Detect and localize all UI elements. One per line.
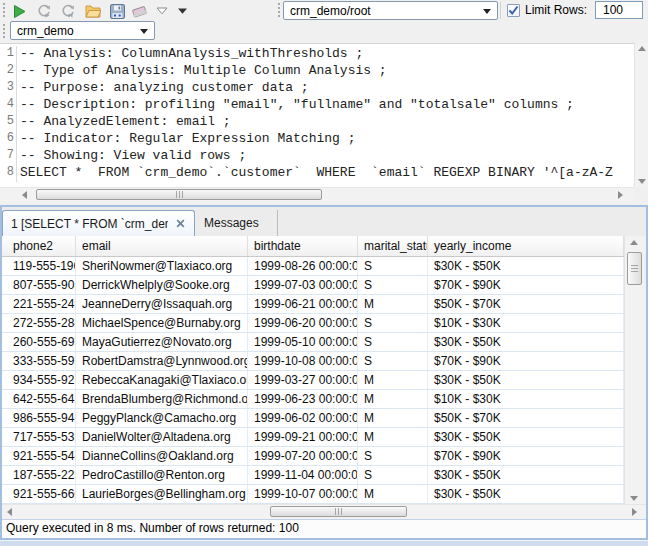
limit-rows-checkbox[interactable] bbox=[507, 4, 520, 17]
table-cell: $70K - $90K bbox=[428, 352, 624, 370]
scroll-right-icon[interactable] bbox=[632, 508, 637, 516]
scroll-left-icon[interactable] bbox=[7, 508, 12, 516]
code-line: 5-- AnalyzedElement: email ; bbox=[0, 114, 634, 131]
table-cell: S bbox=[358, 352, 428, 370]
table-cell: $30K - $50K bbox=[428, 371, 624, 389]
table-cell: JeanneDerry@Issaquah.org bbox=[76, 295, 248, 313]
line-text: SELECT * FROM `crm_demo`.`customer` WHER… bbox=[17, 165, 613, 182]
table-cell: 986-555-9424 bbox=[2, 409, 76, 427]
toolbar-grip[interactable] bbox=[2, 23, 6, 40]
database-combo[interactable]: crm_demo bbox=[10, 21, 155, 40]
editor-hscroll-thumb[interactable] bbox=[36, 189, 322, 200]
clear-editor-icon[interactable] bbox=[131, 2, 149, 20]
tab-messages[interactable]: Messages bbox=[196, 210, 278, 236]
results-grid: phone2emailbirthdatemarital_statusyearly… bbox=[2, 236, 624, 504]
table-cell: 934-555-9211 bbox=[2, 371, 76, 389]
table-cell: 187-555-2286 bbox=[2, 466, 76, 484]
save-icon[interactable] bbox=[108, 2, 126, 20]
scroll-up-icon[interactable] bbox=[630, 240, 638, 245]
column-header-phone2[interactable]: phone2 bbox=[2, 236, 76, 256]
table-row[interactable]: 333-555-5915RobertDamstra@Lynnwood.org19… bbox=[2, 352, 624, 371]
scroll-down-icon[interactable] bbox=[638, 179, 646, 184]
table-cell: 807-555-9033 bbox=[2, 276, 76, 294]
table-cell: RebeccaKanagaki@Tlaxiaco.org bbox=[76, 371, 248, 389]
table-cell: 1999-08-26 00:00:00.000 bbox=[248, 257, 358, 275]
table-cell: M bbox=[358, 485, 428, 503]
table-cell: RobertDamstra@Lynnwood.org bbox=[76, 352, 248, 370]
line-number: 7 bbox=[0, 148, 17, 165]
table-cell: S bbox=[358, 466, 428, 484]
table-cell: 221-555-2493 bbox=[2, 295, 76, 313]
table-cell: 119-555-1969 bbox=[2, 257, 76, 275]
table-row[interactable]: 187-555-2286PedroCastillo@Renton.org1999… bbox=[2, 466, 624, 485]
table-row[interactable]: 642-555-6483BrendaBlumberg@Richmond.org1… bbox=[2, 390, 624, 409]
database-combo-value: crm_demo bbox=[17, 24, 74, 38]
connection-combo[interactable]: crm_demo/root bbox=[283, 1, 498, 20]
table-cell: S bbox=[358, 276, 428, 294]
outline-dropdown-icon[interactable] bbox=[155, 2, 169, 20]
table-cell: PedroCastillo@Renton.org bbox=[76, 466, 248, 484]
column-header-email[interactable]: email bbox=[76, 236, 248, 256]
table-row[interactable]: 717-555-5324DanielWolter@Altadena.org199… bbox=[2, 428, 624, 447]
column-header-marital_status[interactable]: marital_status bbox=[358, 236, 428, 256]
table-row[interactable]: 272-555-2844MichaelSpence@Burnaby.org199… bbox=[2, 314, 624, 333]
table-cell: M bbox=[358, 428, 428, 446]
run-icon[interactable] bbox=[10, 2, 28, 20]
table-cell: 1999-06-23 00:00:00.000 bbox=[248, 390, 358, 408]
scroll-left-icon[interactable] bbox=[22, 191, 27, 199]
table-cell: SheriNowmer@Tlaxiaco.org bbox=[76, 257, 248, 275]
table-row[interactable]: 221-555-2493JeanneDerry@Issaquah.org1999… bbox=[2, 295, 624, 314]
chevron-down-icon bbox=[140, 29, 148, 34]
line-number: 3 bbox=[0, 80, 17, 97]
table-row[interactable]: 934-555-9211RebeccaKanagaki@Tlaxiaco.org… bbox=[2, 371, 624, 390]
editor-vertical-scrollbar[interactable] bbox=[634, 43, 648, 187]
chevron-down-icon bbox=[483, 9, 491, 14]
grid-vscroll-thumb[interactable] bbox=[627, 252, 642, 285]
table-row[interactable]: 921-555-6608LaurieBorges@Bellingham.org1… bbox=[2, 485, 624, 504]
table-cell: $10K - $30K bbox=[428, 390, 624, 408]
table-cell: M bbox=[358, 295, 428, 313]
scroll-down-icon[interactable] bbox=[630, 496, 638, 501]
tab-result-1[interactable]: 1 [SELECT * FROM `crm_dem...] bbox=[2, 210, 195, 236]
toolbar-grip[interactable] bbox=[277, 2, 281, 19]
editor-horizontal-scrollbar[interactable] bbox=[0, 187, 634, 202]
table-cell: 1999-03-27 00:00:00.000 bbox=[248, 371, 358, 389]
sql-editor[interactable]: 1-- Analysis: ColumnAnalysis_withThresho… bbox=[0, 43, 634, 187]
limit-rows-label: Limit Rows: bbox=[525, 0, 587, 21]
close-icon[interactable] bbox=[175, 217, 186, 230]
table-cell: M bbox=[358, 409, 428, 427]
line-text: -- Purpose: analyzing customer data ; bbox=[17, 80, 309, 97]
execute-selected-icon[interactable] bbox=[35, 2, 53, 20]
scroll-up-icon[interactable] bbox=[638, 46, 646, 51]
check-icon bbox=[508, 5, 519, 16]
table-row[interactable]: 986-555-9424PeggyPlanck@Camacho.org1999-… bbox=[2, 409, 624, 428]
grid-vertical-scrollbar[interactable] bbox=[624, 236, 644, 505]
column-header-yearly_income[interactable]: yearly_income bbox=[428, 236, 624, 256]
code-line: 4-- Description: profiling "email", "ful… bbox=[0, 97, 634, 114]
scroll-right-icon[interactable] bbox=[618, 191, 623, 199]
results-tabbar: 1 [SELECT * FROM `crm_dem...] Messages bbox=[2, 207, 646, 236]
table-cell: $70K - $90K bbox=[428, 447, 624, 465]
open-file-icon[interactable] bbox=[84, 2, 102, 20]
table-row[interactable]: 119-555-1969SheriNowmer@Tlaxiaco.org1999… bbox=[2, 257, 624, 276]
table-row[interactable]: 807-555-9033DerrickWhelply@Sooke.org1999… bbox=[2, 276, 624, 295]
code-line: 8SELECT * FROM `crm_demo`.`customer` WHE… bbox=[0, 165, 634, 182]
toolbar-grip[interactable] bbox=[2, 2, 6, 19]
column-header-birthdate[interactable]: birthdate bbox=[248, 236, 358, 256]
table-row[interactable]: 921-555-5446DianneCollins@Oakland.org199… bbox=[2, 447, 624, 466]
table-cell: MayaGutierrez@Novato.org bbox=[76, 333, 248, 351]
line-number: 1 bbox=[0, 46, 17, 63]
table-cell: 1999-11-04 00:00:00.000 bbox=[248, 466, 358, 484]
status-bar: Query executed in 8 ms. Number of rows r… bbox=[2, 519, 646, 538]
table-cell: 1999-07-03 00:00:00.000 bbox=[248, 276, 358, 294]
execute-all-icon[interactable] bbox=[59, 2, 77, 20]
table-cell: 1999-07-20 00:00:00.000 bbox=[248, 447, 358, 465]
limit-rows-input[interactable] bbox=[595, 1, 643, 19]
menu-dropdown-icon[interactable] bbox=[176, 2, 188, 20]
grid-hscroll-thumb[interactable] bbox=[270, 506, 407, 517]
grid-horizontal-scrollbar[interactable] bbox=[2, 504, 646, 519]
table-cell: $30K - $50K bbox=[428, 333, 624, 351]
table-cell: $70K - $90K bbox=[428, 276, 624, 294]
table-row[interactable]: 260-555-6936MayaGutierrez@Novato.org1999… bbox=[2, 333, 624, 352]
line-text: -- AnalyzedElement: email ; bbox=[17, 114, 231, 131]
